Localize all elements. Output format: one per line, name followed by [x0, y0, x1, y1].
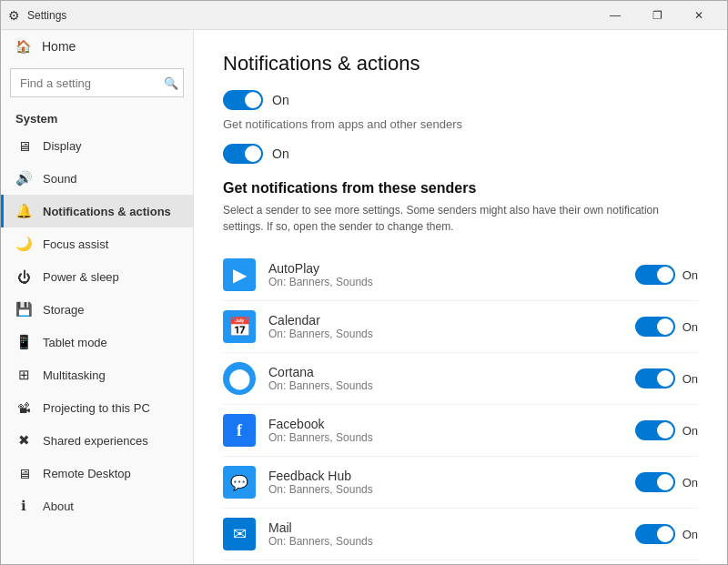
sidebar-item-label: Remote Desktop: [43, 467, 131, 480]
app-sub: On: Banners, Sounds: [268, 535, 373, 548]
sidebar-section-label: System: [1, 103, 193, 129]
app-sub: On: Banners, Sounds: [268, 431, 373, 444]
sidebar-item-label: Notifications & actions: [43, 205, 171, 218]
focus-icon: 🌙: [15, 236, 32, 252]
app-toggle-autoplay[interactable]: [635, 265, 675, 285]
sidebar-home-button[interactable]: 🏠 Home: [1, 30, 193, 63]
power-icon: ⏻: [15, 269, 32, 285]
close-button[interactable]: ✕: [678, 1, 720, 30]
notif-toggle-label: On: [272, 146, 289, 161]
sidebar-item-notifications[interactable]: 🔔 Notifications & actions: [1, 195, 193, 227]
titlebar-controls: — ❐ ✕: [594, 1, 720, 30]
tablet-icon: 📱: [15, 334, 32, 350]
app-toggle-label: On: [682, 528, 698, 541]
app-name: Calendar: [268, 313, 373, 328]
sub-section-title: Get notifications from these senders: [223, 180, 698, 197]
sidebar: 🏠 Home 🔍 System 🖥 Display 🔊 Sound 🔔 Noti…: [1, 30, 194, 564]
settings-window: ⚙ Settings — ❐ ✕ 🏠 Home 🔍 System 🖥 Displ…: [0, 0, 728, 565]
app-sub: On: Banners, Sounds: [268, 379, 373, 392]
remote-icon: 🖥: [15, 466, 32, 481]
app-toggle-facebook[interactable]: [635, 420, 675, 440]
main-toggle[interactable]: [223, 90, 263, 110]
settings-icon: ⚙: [8, 8, 20, 23]
notif-toggle[interactable]: [223, 144, 263, 164]
search-icon: 🔍: [164, 76, 178, 90]
sidebar-item-label: About: [43, 499, 74, 513]
sidebar-item-multitasking[interactable]: ⊞ Multitasking: [1, 358, 193, 391]
sidebar-item-focus[interactable]: 🌙 Focus assist: [1, 227, 193, 260]
sidebar-item-label: Tablet mode: [43, 336, 107, 349]
app-item-cortana[interactable]: ⬤ Cortana On: Banners, Sounds On: [223, 353, 698, 405]
search-box: 🔍: [10, 68, 184, 97]
main-toggle-row: On: [223, 90, 698, 110]
sidebar-item-about[interactable]: ℹ About: [1, 489, 193, 522]
app-item-mail[interactable]: ✉ Mail On: Banners, Sounds On: [223, 509, 698, 560]
home-label: Home: [42, 39, 76, 54]
home-icon: 🏠: [15, 39, 31, 54]
sound-icon: 🔊: [15, 170, 32, 187]
app-item-onedrive[interactable]: ☁ OneDrive On: Banners, Sounds On: [223, 560, 698, 564]
window-title: Settings: [27, 9, 66, 22]
facebook-icon: f: [223, 414, 256, 447]
app-item-autoplay[interactable]: ▶ AutoPlay On: Banners, Sounds On: [223, 249, 698, 301]
feedbackhub-icon: 💬: [223, 466, 256, 499]
sidebar-item-label: Focus assist: [43, 237, 108, 251]
app-toggle-calendar[interactable]: [635, 317, 675, 337]
calendar-icon: 📅: [223, 310, 256, 343]
app-item-facebook[interactable]: f Facebook On: Banners, Sounds On: [223, 405, 698, 457]
page-title: Notifications & actions: [223, 52, 698, 76]
sidebar-item-label: Projecting to this PC: [43, 401, 150, 415]
app-name: Facebook: [268, 417, 373, 431]
sidebar-item-label: Shared experiences: [43, 434, 148, 448]
storage-icon: 💾: [15, 301, 32, 318]
sidebar-item-label: Multitasking: [43, 368, 106, 382]
sidebar-item-label: Storage: [43, 303, 85, 317]
main-content: Notifications & actions On Get notificat…: [194, 30, 727, 564]
notifications-icon: 🔔: [15, 203, 32, 219]
app-toggle-mail[interactable]: [635, 524, 675, 544]
get-notif-label: Get notifications from apps and other se…: [223, 117, 698, 131]
multitasking-icon: ⊞: [15, 367, 32, 383]
app-toggle-label: On: [682, 424, 698, 438]
app-toggle-label: On: [682, 372, 698, 386]
search-input[interactable]: [10, 68, 184, 97]
app-name: Feedback Hub: [268, 469, 373, 483]
sidebar-item-projecting[interactable]: 📽 Projecting to this PC: [1, 391, 193, 424]
autoplay-icon: ▶: [223, 258, 256, 291]
main-toggle-label: On: [272, 93, 289, 107]
sidebar-item-display[interactable]: 🖥 Display: [1, 129, 193, 162]
app-item-calendar[interactable]: 📅 Calendar On: Banners, Sounds On: [223, 301, 698, 353]
sidebar-item-remote[interactable]: 🖥 Remote Desktop: [1, 457, 193, 489]
sidebar-item-label: Display: [43, 139, 82, 153]
app-sub: On: Banners, Sounds: [268, 276, 373, 288]
app-name: Mail: [268, 520, 373, 535]
app-toggle-cortana[interactable]: [635, 368, 675, 388]
sub-section-desc: Select a sender to see more settings. So…: [223, 202, 698, 235]
projecting-icon: 📽: [15, 400, 32, 416]
sidebar-item-tablet[interactable]: 📱 Tablet mode: [1, 326, 193, 358]
display-icon: 🖥: [15, 138, 32, 154]
app-list: ▶ AutoPlay On: Banners, Sounds On 📅: [223, 249, 698, 564]
sidebar-item-power[interactable]: ⏻ Power & sleep: [1, 260, 193, 293]
app-sub: On: Banners, Sounds: [268, 328, 373, 340]
app-toggle-label: On: [682, 268, 698, 282]
maximize-button[interactable]: ❐: [636, 1, 678, 30]
app-item-feedbackhub[interactable]: 💬 Feedback Hub On: Banners, Sounds On: [223, 457, 698, 509]
sidebar-item-sound[interactable]: 🔊 Sound: [1, 162, 193, 195]
cortana-icon: ⬤: [223, 362, 256, 395]
app-name: AutoPlay: [268, 261, 373, 276]
sidebar-item-label: Power & sleep: [43, 270, 119, 284]
app-name: Cortana: [268, 365, 373, 379]
sidebar-item-shared[interactable]: ✖ Shared experiences: [1, 424, 193, 457]
sidebar-item-storage[interactable]: 💾 Storage: [1, 293, 193, 326]
sidebar-item-label: Sound: [43, 172, 77, 186]
titlebar-left: ⚙ Settings: [8, 8, 66, 23]
mail-icon: ✉: [223, 518, 256, 550]
app-toggle-feedbackhub[interactable]: [635, 472, 675, 492]
shared-icon: ✖: [15, 432, 32, 449]
app-sub: On: Banners, Sounds: [268, 483, 373, 496]
titlebar: ⚙ Settings — ❐ ✕: [1, 1, 727, 30]
app-toggle-label: On: [682, 320, 698, 334]
minimize-button[interactable]: —: [594, 1, 636, 30]
about-icon: ℹ: [15, 498, 32, 514]
